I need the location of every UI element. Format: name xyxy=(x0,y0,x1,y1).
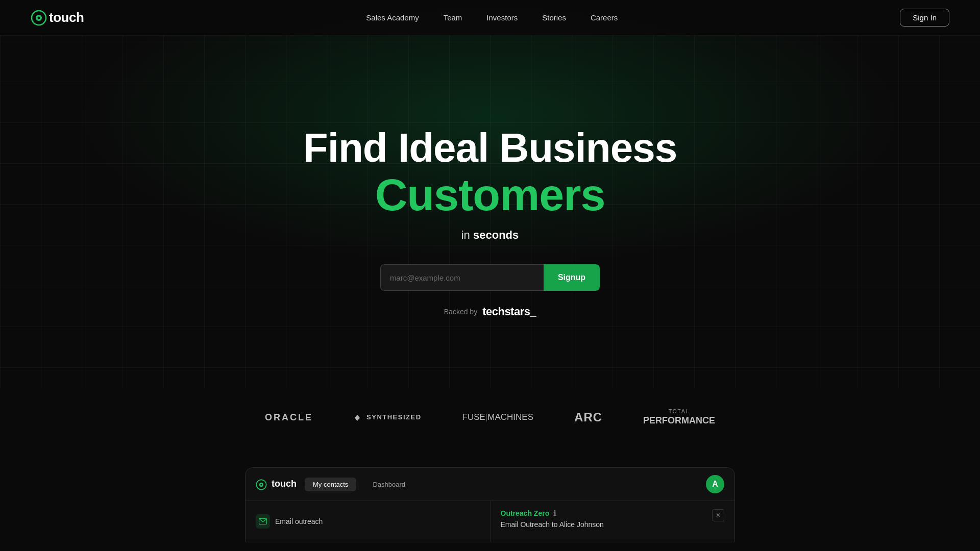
user-avatar: A xyxy=(706,475,724,493)
close-button[interactable]: ✕ xyxy=(712,509,724,521)
subtitle-bold: seconds xyxy=(473,229,519,241)
company-logos: ORACLE SYNTHESIZED fuse|machines arc TOT… xyxy=(0,388,980,457)
tab-my-contacts[interactable]: My contacts xyxy=(305,478,356,491)
navigation: touch Sales Academy Team Investors Stori… xyxy=(0,0,980,36)
hero-content: Find Ideal Business Customers in seconds… xyxy=(303,105,677,319)
totalperformance-logo: TOTAL performance xyxy=(643,408,715,427)
outreach-highlight: Zero xyxy=(534,509,549,517)
email-icon xyxy=(256,514,270,529)
backed-by: Backed by techstars_ xyxy=(303,305,677,318)
logo-text: touch xyxy=(49,10,84,26)
dashboard-content: Email outreach Outreach Zero ℹ Email Out… xyxy=(246,501,734,542)
nav-item-investors[interactable]: Investors xyxy=(486,13,518,22)
hero-section: Find Ideal Business Customers in seconds… xyxy=(0,0,980,388)
tab-dashboard[interactable]: Dashboard xyxy=(364,478,413,491)
arc-logo: arc xyxy=(574,410,602,424)
oracle-logo: ORACLE xyxy=(265,412,313,423)
nav-links: Sales Academy Team Investors Stories Car… xyxy=(366,13,618,22)
signup-button[interactable]: Signup xyxy=(544,264,600,291)
nav-item-team[interactable]: Team xyxy=(444,13,462,22)
email-outreach-label: Email outreach xyxy=(275,517,323,525)
email-to-label: Email Outreach to Alice Johnson xyxy=(501,520,604,529)
email-outreach-panel: Email outreach xyxy=(246,501,491,542)
dashboard-topbar: touch My contacts Dashboard A xyxy=(246,468,734,501)
email-input[interactable] xyxy=(380,264,544,291)
hero-title-line2: Customers xyxy=(303,170,677,220)
outreach-text: Outreach xyxy=(501,509,534,517)
outreach-label: Outreach Zero ℹ xyxy=(501,509,604,517)
svg-point-5 xyxy=(260,484,262,485)
logo[interactable]: touch xyxy=(31,10,84,26)
hero-form: Signup xyxy=(303,264,677,291)
nav-item-stories[interactable]: Stories xyxy=(542,13,566,22)
hero-subtitle: in seconds xyxy=(303,229,677,242)
dashboard-preview: touch My contacts Dashboard A Email outr… xyxy=(245,467,735,542)
techstars-logo: techstars_ xyxy=(482,305,536,318)
dashboard-logo: touch xyxy=(256,479,297,490)
fusemachines-logo: fuse|machines xyxy=(462,412,534,422)
outreach-detail-panel: Outreach Zero ℹ Email Outreach to Alice … xyxy=(491,501,735,542)
dash-logo-text: touch xyxy=(272,479,297,489)
synthesized-logo: SYNTHESIZED xyxy=(354,413,422,421)
nav-item-careers[interactable]: Careers xyxy=(591,13,618,22)
hero-title-line1: Find Ideal Business xyxy=(303,126,677,170)
backed-label: Backed by xyxy=(444,308,477,316)
svg-point-2 xyxy=(38,16,40,19)
signin-button[interactable]: Sign In xyxy=(900,9,949,27)
subtitle-prefix: in xyxy=(461,229,473,241)
nav-item-sales-academy[interactable]: Sales Academy xyxy=(366,13,419,22)
